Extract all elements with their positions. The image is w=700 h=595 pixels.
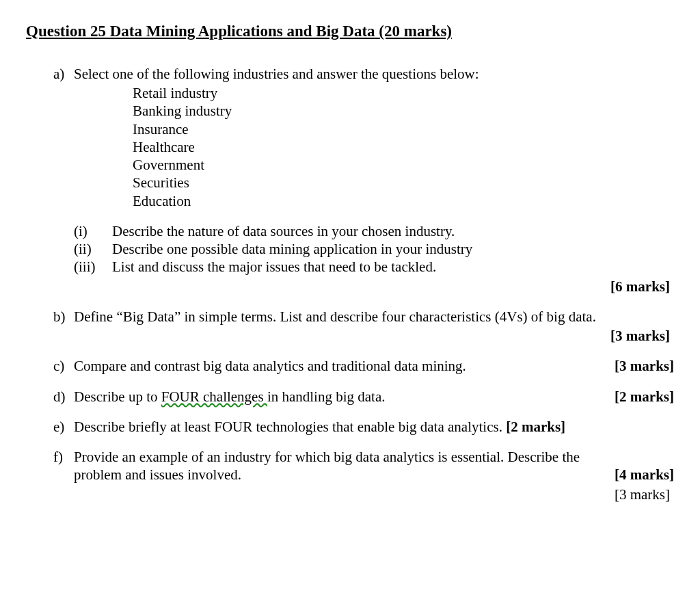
part-c-label: c) — [53, 357, 74, 375]
industry-item: Education — [133, 192, 674, 210]
industry-item: Securities — [133, 174, 674, 191]
part-d-marks: [2 marks] — [615, 388, 674, 406]
industry-item: Insurance — [133, 120, 674, 138]
part-e: e) Describe briefly at least FOUR techno… — [53, 418, 674, 436]
sub-iii-text: List and discuss the major issues that n… — [112, 258, 436, 276]
sub-ii-label: (ii) — [74, 240, 112, 258]
industry-list: Retail industry Banking industry Insuran… — [133, 84, 674, 210]
part-d-label: d) — [53, 388, 74, 406]
part-d-prefix: Describe up to — [74, 388, 161, 405]
part-a: a) Select one of the following industrie… — [53, 65, 674, 295]
part-a-label: a) — [53, 65, 74, 295]
part-d-wavy: FOUR challenges — [161, 388, 267, 405]
sub-ii-text: Describe one possible data mining applic… — [112, 240, 472, 258]
part-b: b) Define “Big Data” in simple terms. Li… — [53, 308, 674, 345]
industry-item: Government — [133, 156, 674, 174]
question-title: Question 25 Data Mining Applications and… — [26, 22, 674, 42]
part-c: c) Compare and contrast big data analyti… — [53, 357, 674, 375]
part-e-text: Describe briefly at least FOUR technolog… — [74, 419, 506, 435]
part-f-marks: [4 marks] — [615, 466, 674, 484]
part-b-marks: [3 marks] — [74, 327, 674, 345]
part-b-text: Define “Big Data” in simple terms. List … — [74, 308, 674, 326]
industry-item: Retail industry — [133, 84, 674, 102]
part-f: f) Provide an example of an industry for… — [53, 448, 674, 503]
part-b-label: b) — [53, 308, 74, 345]
part-a-subquestions: (i) Describe the nature of data sources … — [74, 222, 674, 276]
sub-i-label: (i) — [74, 222, 112, 240]
part-e-line: Describe briefly at least FOUR technolog… — [74, 418, 674, 436]
industry-item: Banking industry — [133, 102, 674, 120]
part-e-label: e) — [53, 418, 74, 436]
part-a-prompt: Select one of the following industries a… — [74, 65, 674, 83]
part-e-marks: [2 marks] — [506, 419, 565, 435]
part-a-marks: [6 marks] — [74, 278, 674, 295]
sub-iii-label: (iii) — [74, 258, 112, 276]
part-f-marks2: [3 marks] — [74, 486, 674, 503]
part-d: d) Describe up to FOUR challenges in han… — [53, 388, 674, 406]
part-d-text: Describe up to FOUR challenges in handli… — [74, 388, 587, 406]
industry-item: Healthcare — [133, 138, 674, 156]
part-c-text: Compare and contrast big data analytics … — [74, 357, 587, 375]
part-d-suffix: in handling big data. — [267, 388, 386, 405]
part-f-label: f) — [53, 448, 74, 503]
part-c-marks: [3 marks] — [615, 357, 674, 375]
part-f-text: Provide an example of an industry for wh… — [74, 448, 587, 484]
sub-i-text: Describe the nature of data sources in y… — [112, 222, 455, 240]
